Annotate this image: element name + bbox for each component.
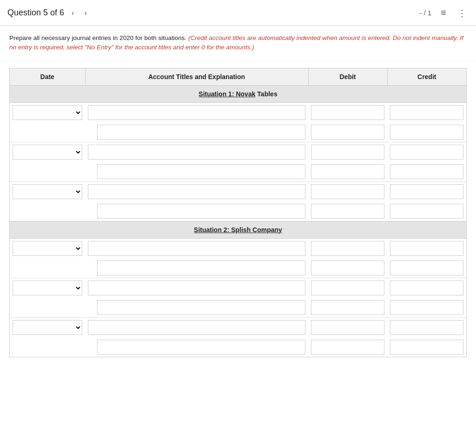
s1-e1-debit2-input[interactable] (311, 125, 384, 140)
s2-e1-credit2-input[interactable] (390, 261, 463, 275)
s1-e2-debit-cell (308, 142, 387, 162)
s2-e3-account-cell (85, 317, 308, 337)
s1-e3-credit2-input[interactable] (390, 204, 463, 219)
next-button[interactable]: › (81, 7, 89, 19)
s2-e2-account-cell (85, 278, 308, 298)
s2-entry2-row1 (10, 278, 466, 298)
s1-e3-debit2-cell (308, 201, 387, 221)
s2-e3-account2-input[interactable] (97, 340, 305, 354)
s1-e3-account-input[interactable] (88, 184, 305, 199)
s2-e2-account-input[interactable] (88, 281, 305, 295)
s1-e3-credit-cell (387, 181, 466, 201)
header-left: Question 5 of 6 ‹ › (7, 7, 90, 19)
s1-e3-debit-input[interactable] (311, 184, 384, 199)
s2-entry1-row2 (10, 258, 466, 278)
s2-e3-debit-input[interactable] (311, 320, 384, 335)
header-right: - / 1 ≡ ⋮ (419, 6, 469, 20)
s1-e2-debit2-input[interactable] (311, 164, 384, 179)
s1-e3-account2-input[interactable] (97, 204, 305, 219)
prev-button[interactable]: ‹ (69, 7, 77, 19)
s1-e1-credit2-cell (387, 122, 466, 142)
journal-table-wrapper: Date Account Titles and Explanation Debi… (9, 68, 467, 357)
more-options-button[interactable]: ⋮ (456, 6, 469, 20)
s1-e1-debit-input[interactable] (311, 105, 384, 120)
question-title: Question 5 of 6 (7, 8, 64, 18)
s2-e3-credit2-input[interactable] (390, 340, 463, 354)
s2-e3-date-cell (10, 317, 85, 337)
s2-e1-account-input[interactable] (88, 241, 305, 256)
s1-e2-credit-input[interactable] (390, 145, 463, 160)
s1-e1-account2-input[interactable] (97, 125, 305, 140)
col-account: Account Titles and Explanation (85, 68, 308, 86)
s2-e1-credit-input[interactable] (390, 241, 463, 256)
s1-e3-date-select[interactable] (13, 184, 82, 199)
page-indicator: - / 1 (419, 9, 431, 17)
s2-e2-credit2-cell (387, 298, 466, 318)
s1-e2-date-select[interactable] (13, 145, 82, 160)
s1-e2-debit2-cell (308, 162, 387, 182)
s2-e2-date-select[interactable] (13, 281, 82, 295)
s1-e2-account2-input[interactable] (97, 164, 305, 179)
situation2-header: Situation 2: Splish Company (10, 221, 466, 238)
s2-e2-credit-input[interactable] (390, 281, 463, 295)
s1-e3-credit2-cell (387, 201, 466, 221)
list-icon-button[interactable]: ≡ (439, 6, 448, 20)
s1-e1-credit2-input[interactable] (390, 125, 463, 140)
s2-e2-account2-cell (85, 298, 308, 318)
s2-e3-date-select[interactable] (13, 320, 82, 335)
col-date: Date (10, 68, 85, 86)
s1-entry2-row1 (10, 142, 466, 162)
s1-entry3-row1 (10, 181, 466, 201)
s1-e2-date-cell (10, 142, 85, 162)
s1-e1-date-cell (10, 102, 85, 122)
s2-e2-debit2-input[interactable] (311, 300, 384, 315)
s2-entry3-row2 (10, 337, 466, 357)
s2-e2-debit-input[interactable] (311, 281, 384, 295)
s2-e2-date2-cell (10, 298, 85, 318)
s1-e3-date2-cell (10, 201, 85, 221)
s2-e1-debit2-cell (308, 258, 387, 278)
header: Question 5 of 6 ‹ › - / 1 ≡ ⋮ (0, 0, 476, 26)
s2-e3-credit2-cell (387, 337, 466, 357)
s1-entry1-row2 (10, 122, 466, 142)
s1-e1-account-cell (85, 102, 308, 122)
s1-e1-credit-input[interactable] (390, 105, 463, 120)
s2-e1-debit2-input[interactable] (311, 261, 384, 275)
s1-e1-account2-cell (85, 122, 308, 142)
s2-e3-debit2-input[interactable] (311, 340, 384, 354)
s2-e3-debit2-cell (308, 337, 387, 357)
s2-e1-account2-input[interactable] (97, 261, 305, 275)
s1-e2-debit-input[interactable] (311, 145, 384, 160)
s2-e2-credit2-input[interactable] (390, 300, 463, 315)
journal-table: Date Account Titles and Explanation Debi… (10, 68, 466, 357)
s1-e2-date2-cell (10, 162, 85, 182)
s1-e1-account-input[interactable] (88, 105, 305, 120)
s2-e1-credit2-cell (387, 258, 466, 278)
s2-e1-debit-input[interactable] (311, 241, 384, 256)
s2-e3-account2-cell (85, 337, 308, 357)
s2-e2-account2-input[interactable] (97, 300, 305, 315)
s2-e1-date-cell (10, 238, 85, 258)
s1-e2-credit2-input[interactable] (390, 164, 463, 179)
s2-e1-account-cell (85, 238, 308, 258)
s2-e1-date2-cell (10, 258, 85, 278)
s1-e1-credit-cell (387, 102, 466, 122)
s1-entry1-row1 (10, 102, 466, 122)
s1-e3-credit-input[interactable] (390, 184, 463, 199)
situation1-header: Situation 1: Novak Tables (10, 85, 466, 102)
s1-e3-account-cell (85, 181, 308, 201)
s2-e3-credit-input[interactable] (390, 320, 463, 335)
situation1-label: Situation 1: Novak Tables (198, 90, 277, 98)
col-credit: Credit (387, 68, 466, 86)
s2-entry1-row1 (10, 238, 466, 258)
s1-e1-date-select[interactable] (13, 105, 82, 120)
s1-e2-account-input[interactable] (88, 145, 305, 160)
s1-e2-credit2-cell (387, 162, 466, 182)
s1-entry2-row2 (10, 162, 466, 182)
s2-e1-date-select[interactable] (13, 241, 82, 256)
s2-e3-account-input[interactable] (88, 320, 305, 335)
s1-e3-debit2-input[interactable] (311, 204, 384, 219)
s1-e1-debit-cell (308, 102, 387, 122)
s1-entry3-row2 (10, 201, 466, 221)
s1-e2-account2-cell (85, 162, 308, 182)
